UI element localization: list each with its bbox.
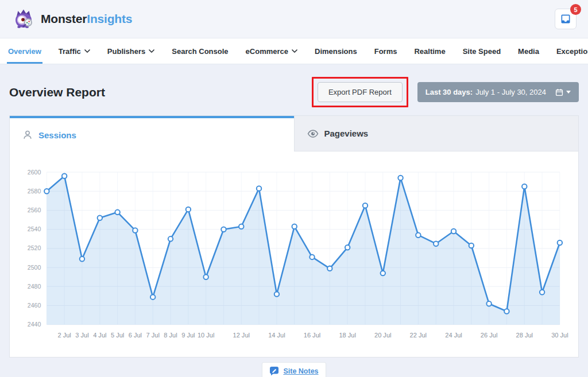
- data-point-marker[interactable]: [203, 275, 208, 279]
- brand-insights: Insights: [87, 12, 132, 25]
- data-point-marker[interactable]: [274, 292, 279, 296]
- data-point-marker[interactable]: [558, 240, 562, 245]
- data-point-marker[interactable]: [504, 309, 509, 313]
- data-point-marker[interactable]: [292, 224, 296, 229]
- notification-badge: 5: [570, 4, 581, 15]
- main-nav: OverviewTrafficPublishersSearch Consolee…: [0, 38, 588, 64]
- data-point-marker[interactable]: [381, 271, 385, 275]
- date-range-picker[interactable]: Last 30 days: July 1 - July 30, 2024: [417, 82, 579, 102]
- x-axis-tick: 8 Jul: [164, 332, 177, 339]
- data-point-marker[interactable]: [451, 229, 456, 234]
- data-point-marker[interactable]: [327, 266, 332, 271]
- x-axis-tick: 12 Jul: [233, 332, 250, 339]
- date-picker-controls: [555, 88, 571, 96]
- x-axis-tick: 2 Jul: [57, 332, 71, 339]
- nav-item-label: Overview: [8, 47, 41, 56]
- x-axis-tick: 28 Jul: [516, 332, 533, 339]
- data-point-marker[interactable]: [98, 216, 102, 220]
- data-point-marker[interactable]: [239, 224, 243, 229]
- data-point-marker[interactable]: [80, 256, 84, 261]
- data-point-marker[interactable]: [434, 241, 438, 246]
- chevron-down-icon: [292, 49, 297, 53]
- y-axis-tick: 2600: [28, 169, 41, 176]
- data-point-marker[interactable]: [168, 236, 173, 241]
- chevron-down-icon: [84, 49, 90, 53]
- data-point-marker[interactable]: [221, 227, 226, 232]
- data-point-marker[interactable]: [345, 245, 350, 250]
- brand-monster: Monster: [41, 12, 87, 25]
- nav-item-label: eCommerce: [246, 47, 288, 56]
- nav-item-forms[interactable]: Forms: [374, 38, 397, 64]
- y-axis-tick: 2540: [28, 226, 41, 232]
- report-controls: Export PDF Report Last 30 days: July 1 -…: [312, 77, 579, 107]
- chart-area-fill: [47, 176, 560, 325]
- y-axis-tick: 2560: [28, 207, 41, 213]
- data-point-marker[interactable]: [398, 176, 403, 180]
- x-axis-tick: 30 Jul: [551, 332, 568, 339]
- export-pdf-button[interactable]: Export PDF Report: [318, 82, 403, 102]
- x-axis-tick: 14 Jul: [268, 332, 285, 339]
- site-notes-label: Site Notes: [283, 367, 318, 375]
- x-axis-tick: 20 Jul: [374, 332, 391, 339]
- data-point-marker[interactable]: [469, 243, 474, 248]
- nav-item-site-speed[interactable]: Site Speed: [463, 38, 501, 64]
- data-point-marker[interactable]: [186, 207, 191, 212]
- y-axis-tick: 2520: [28, 244, 41, 251]
- annotation-highlight-box: Export PDF Report: [312, 77, 408, 107]
- data-point-marker[interactable]: [540, 290, 544, 294]
- nav-item-label: Exceptions: [556, 47, 588, 56]
- nav-item-publishers[interactable]: Publishers: [107, 38, 154, 64]
- chevron-down-icon: [149, 49, 154, 53]
- nav-item-label: Publishers: [107, 47, 145, 56]
- data-point-marker[interactable]: [486, 301, 491, 306]
- x-axis-tick: 5 Jul: [111, 332, 124, 339]
- x-axis-tick: 4 Jul: [93, 332, 106, 339]
- eye-icon: [307, 130, 319, 138]
- monsterinsights-logo: [11, 7, 36, 31]
- tab-sessions[interactable]: Sessions: [10, 116, 294, 151]
- data-point-marker[interactable]: [416, 232, 420, 237]
- pencil-note-icon: [269, 366, 279, 376]
- nav-item-dimensions[interactable]: Dimensions: [315, 38, 357, 64]
- chart-container: 2440246024802500252025402560258026002 Ju…: [10, 151, 578, 357]
- sessions-line-chart[interactable]: 2440246024802500252025402560258026002 Ju…: [16, 162, 570, 353]
- tab-label: Pageviews: [324, 129, 369, 138]
- data-point-marker[interactable]: [133, 228, 137, 232]
- data-point-marker[interactable]: [62, 174, 67, 178]
- data-point-marker[interactable]: [150, 294, 155, 299]
- y-axis-tick: 2460: [28, 302, 41, 309]
- data-point-marker[interactable]: [363, 203, 368, 208]
- data-point-marker[interactable]: [310, 255, 314, 259]
- y-axis-tick: 2580: [28, 188, 41, 195]
- nav-item-label: Traffic: [59, 47, 81, 56]
- nav-item-label: Site Speed: [463, 47, 501, 56]
- site-notes-button[interactable]: Site Notes: [262, 362, 326, 377]
- nav-item-ecommerce[interactable]: eCommerce: [246, 38, 297, 64]
- x-axis-tick: 16 Jul: [304, 332, 320, 339]
- data-point-marker[interactable]: [257, 186, 261, 191]
- y-axis-tick: 2500: [28, 264, 41, 271]
- nav-item-realtime[interactable]: Realtime: [414, 38, 445, 64]
- x-axis-tick: 10 Jul: [198, 332, 214, 339]
- data-point-marker[interactable]: [44, 189, 49, 193]
- app-header: MonsterInsights 5: [0, 0, 588, 38]
- x-axis-tick: 7 Jul: [146, 332, 160, 339]
- site-notes-row: Site Notes: [9, 362, 579, 377]
- notifications-button[interactable]: 5: [555, 9, 577, 29]
- x-axis-tick: 6 Jul: [129, 332, 142, 339]
- page-title: Overview Report: [9, 85, 105, 99]
- nav-item-search-console[interactable]: Search Console: [172, 38, 228, 64]
- inbox-icon: [560, 13, 571, 25]
- data-point-marker[interactable]: [522, 184, 527, 189]
- nav-item-overview[interactable]: Overview: [8, 38, 41, 64]
- nav-item-exceptions[interactable]: Exceptions: [556, 38, 588, 64]
- brand-text: MonsterInsights: [41, 12, 132, 26]
- nav-item-traffic[interactable]: Traffic: [59, 38, 90, 64]
- y-axis-tick: 2480: [28, 283, 41, 290]
- x-axis-tick: 18 Jul: [339, 332, 355, 339]
- report-heading-row: Overview Report Export PDF Report Last 3…: [9, 77, 579, 107]
- nav-item-media[interactable]: Media: [518, 38, 539, 64]
- overview-report-card: Sessions Pageviews 244024602480250025202…: [9, 115, 579, 357]
- tab-pageviews[interactable]: Pageviews: [294, 116, 579, 151]
- data-point-marker[interactable]: [115, 210, 119, 215]
